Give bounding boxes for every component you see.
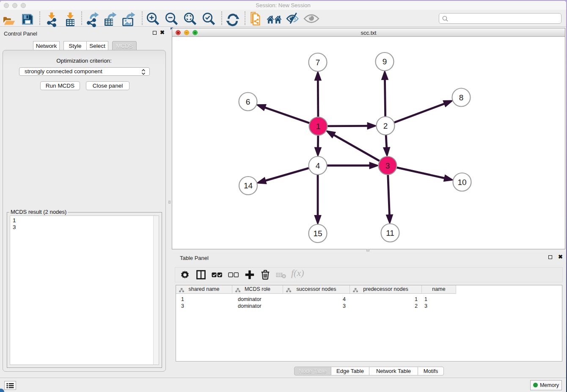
svg-text:14: 14 [244, 181, 253, 190]
svg-text:4: 4 [316, 161, 320, 170]
svg-text:15: 15 [313, 229, 322, 238]
svg-text:8: 8 [459, 93, 464, 102]
svg-text:1: 1 [316, 122, 321, 131]
svg-text:10: 10 [457, 178, 466, 187]
svg-text:3: 3 [385, 161, 390, 170]
svg-text:7: 7 [316, 58, 320, 67]
svg-text:9: 9 [383, 57, 387, 66]
svg-text:2: 2 [383, 121, 388, 130]
svg-text:6: 6 [246, 97, 250, 106]
svg-text:11: 11 [386, 229, 394, 237]
